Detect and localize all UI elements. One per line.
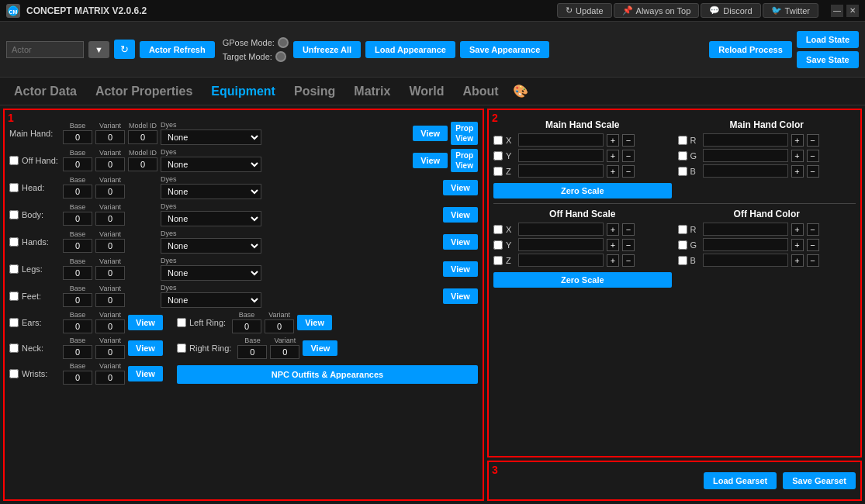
- ears-checkbox[interactable]: [9, 318, 19, 327]
- main-color-r-plus[interactable]: +: [791, 134, 804, 147]
- neck-view-button[interactable]: View: [128, 340, 163, 356]
- off-scale-z-checkbox[interactable]: [493, 256, 503, 265]
- feet-dyes-select[interactable]: None: [161, 292, 261, 308]
- off-hand-checkbox[interactable]: [9, 156, 19, 165]
- main-color-g-plus[interactable]: +: [791, 150, 804, 162]
- body-variant-input[interactable]: [95, 212, 125, 226]
- main-scale-z-plus[interactable]: +: [607, 165, 619, 178]
- save-gearset-button[interactable]: Save Gearset: [783, 472, 856, 489]
- tab-equipment[interactable]: Equipment: [203, 81, 283, 102]
- off-color-b-checkbox[interactable]: [678, 256, 687, 265]
- main-color-g-checkbox[interactable]: [678, 151, 687, 161]
- always-on-top-button[interactable]: 📌 Always on Top: [614, 3, 700, 18]
- save-state-button[interactable]: Save State: [797, 51, 859, 68]
- off-scale-zero-button[interactable]: Zero Scale: [493, 272, 672, 288]
- off-scale-z-input[interactable]: 0.0000000000: [518, 254, 604, 267]
- refresh-icon-button[interactable]: ↻: [114, 40, 135, 59]
- main-hand-propview-button[interactable]: PropView: [451, 122, 478, 145]
- hands-variant-input[interactable]: [95, 239, 125, 253]
- main-color-g-minus[interactable]: −: [807, 150, 819, 162]
- main-hand-base-input[interactable]: [63, 130, 92, 144]
- tab-about[interactable]: About: [455, 81, 506, 102]
- off-color-g-plus[interactable]: +: [791, 239, 804, 251]
- target-dot[interactable]: [275, 51, 286, 62]
- legs-checkbox[interactable]: [9, 264, 19, 274]
- hands-dyes-select[interactable]: None: [161, 238, 261, 254]
- main-hand-dyes-select[interactable]: None: [161, 129, 261, 145]
- off-color-r-checkbox[interactable]: [678, 225, 687, 234]
- body-view-button[interactable]: View: [443, 207, 478, 223]
- main-scale-zero-button[interactable]: Zero Scale: [493, 183, 672, 198]
- close-button[interactable]: ✕: [846, 5, 859, 17]
- hands-checkbox[interactable]: [9, 237, 19, 247]
- load-gearset-button[interactable]: Load Gearset: [704, 472, 777, 489]
- tab-actor-properties[interactable]: Actor Properties: [88, 81, 200, 102]
- left-ring-checkbox[interactable]: [177, 318, 186, 327]
- feet-view-button[interactable]: View: [443, 288, 478, 304]
- off-hand-dyes-select[interactable]: None: [161, 157, 261, 172]
- tab-matrix[interactable]: Matrix: [346, 81, 398, 102]
- legs-view-button[interactable]: View: [443, 261, 478, 277]
- wrists-base-input[interactable]: [63, 371, 92, 385]
- actor-dropdown-button[interactable]: ▼: [88, 41, 109, 58]
- neck-base-input[interactable]: [63, 345, 92, 359]
- neck-checkbox[interactable]: [9, 343, 19, 353]
- off-color-b-minus[interactable]: −: [807, 254, 819, 267]
- right-ring-view-button[interactable]: View: [303, 340, 337, 356]
- left-ring-base-input[interactable]: [232, 319, 261, 333]
- main-hand-variant-input[interactable]: [95, 130, 125, 144]
- off-color-g-minus[interactable]: −: [807, 239, 819, 251]
- off-color-r-input[interactable]: 0.0000000000: [703, 223, 788, 236]
- wrists-variant-input[interactable]: [95, 371, 125, 385]
- head-view-button[interactable]: View: [443, 180, 478, 195]
- reload-process-button[interactable]: Reload Process: [709, 41, 792, 58]
- ears-base-input[interactable]: [63, 319, 92, 333]
- main-hand-view-button[interactable]: View: [413, 126, 448, 141]
- off-scale-z-plus[interactable]: +: [607, 254, 619, 267]
- off-color-g-input[interactable]: 0.0000000000: [703, 238, 788, 251]
- npc-outfits-button[interactable]: NPC Outfits & Appearances: [177, 365, 478, 384]
- legs-dyes-select[interactable]: None: [161, 265, 261, 281]
- twitter-button[interactable]: 🐦 Twitter: [763, 3, 818, 18]
- main-scale-x-plus[interactable]: +: [607, 134, 619, 147]
- off-scale-z-minus[interactable]: −: [622, 254, 635, 267]
- off-scale-y-checkbox[interactable]: [493, 240, 503, 250]
- main-color-b-checkbox[interactable]: [678, 167, 687, 176]
- off-color-g-checkbox[interactable]: [678, 240, 687, 250]
- main-color-b-input[interactable]: 0.0000000000: [703, 164, 788, 178]
- head-dyes-select[interactable]: None: [161, 184, 261, 199]
- main-scale-x-input[interactable]: 0.0000000000: [518, 133, 604, 147]
- update-button[interactable]: ↻ Update: [557, 3, 611, 18]
- load-state-button[interactable]: Load State: [797, 31, 859, 48]
- ears-view-button[interactable]: View: [128, 315, 163, 330]
- head-checkbox[interactable]: [9, 183, 19, 192]
- main-scale-z-minus[interactable]: −: [622, 165, 635, 178]
- main-color-r-input[interactable]: 0.0000000000: [703, 133, 788, 147]
- off-scale-x-input[interactable]: 0.0000000000: [518, 223, 604, 236]
- legs-variant-input[interactable]: [95, 266, 125, 280]
- off-hand-view-button[interactable]: View: [413, 153, 448, 168]
- off-scale-y-minus[interactable]: −: [622, 239, 635, 251]
- actor-refresh-button[interactable]: Actor Refresh: [140, 41, 215, 58]
- feet-base-input[interactable]: [63, 293, 92, 307]
- off-scale-y-input[interactable]: 0.0000000000: [518, 238, 604, 251]
- off-scale-x-minus[interactable]: −: [622, 223, 635, 236]
- gpose-dot[interactable]: [278, 37, 289, 48]
- main-scale-y-input[interactable]: 0.0000000000: [518, 149, 604, 162]
- tab-actor-data[interactable]: Actor Data: [6, 81, 85, 102]
- main-scale-y-minus[interactable]: −: [622, 150, 635, 162]
- off-scale-x-plus[interactable]: +: [607, 223, 619, 236]
- main-scale-z-checkbox[interactable]: [493, 167, 503, 176]
- off-scale-x-checkbox[interactable]: [493, 225, 503, 234]
- off-hand-variant-input[interactable]: [95, 157, 125, 171]
- legs-base-input[interactable]: [63, 266, 92, 280]
- hands-view-button[interactable]: View: [443, 234, 478, 250]
- minimize-button[interactable]: —: [831, 5, 843, 17]
- right-ring-variant-input[interactable]: [270, 345, 299, 359]
- feet-checkbox[interactable]: [9, 292, 19, 301]
- tab-posing[interactable]: Posing: [286, 81, 343, 102]
- left-ring-view-button[interactable]: View: [297, 315, 332, 330]
- neck-variant-input[interactable]: [95, 345, 125, 359]
- main-scale-z-input[interactable]: 0.0000000000: [518, 164, 604, 178]
- main-scale-x-checkbox[interactable]: [493, 136, 503, 145]
